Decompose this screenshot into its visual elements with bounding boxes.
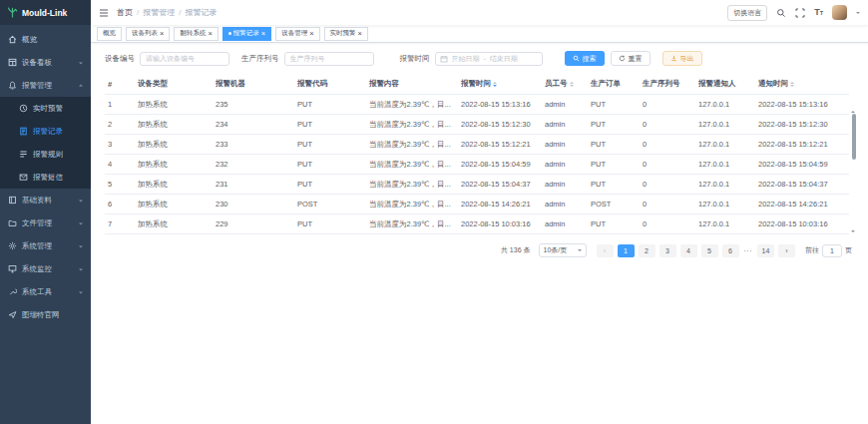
- sidebar-item-system-manage[interactable]: 系统管理: [0, 234, 91, 257]
- page-button-1[interactable]: 1: [618, 244, 635, 257]
- font-size-icon[interactable]: TT: [814, 8, 823, 17]
- alarm-table: # 设备类型 报警机器 报警代码 报警内容 报警时间 员工号 生产订单 生产序列…: [105, 74, 856, 234]
- breadcrumb-current: 报警记录: [185, 7, 217, 18]
- tab-overview[interactable]: 概览: [97, 27, 122, 41]
- col-alarm-time[interactable]: 报警时间: [458, 74, 542, 95]
- sidebar-item-alarm-rules[interactable]: 报警规则: [0, 143, 91, 166]
- sidebar-item-device-board[interactable]: 设备看板: [0, 51, 91, 74]
- table-scrollbar: [851, 94, 856, 233]
- serial-no-label: 生产序列号: [241, 54, 279, 64]
- serial-no-input[interactable]: [284, 52, 374, 66]
- goto-page-input[interactable]: [822, 244, 842, 257]
- tags-view-bar: 概览 设备列表 翻转系统 报警记录 设备管理 实时预警: [91, 25, 868, 43]
- col-notify-time[interactable]: 通知时间: [755, 74, 849, 95]
- pagination: 共 136 条 10条/页 ‹ 1 2 3 4 5 6 ··· 14 › 前往 …: [105, 243, 856, 257]
- col-employee-no[interactable]: 员工号: [542, 74, 588, 95]
- scroll-down-icon[interactable]: [851, 230, 855, 232]
- table-row: 4加热系统232PUT当前温度为2.39℃，目...2022-08-15 15:…: [105, 155, 849, 175]
- more-pages-icon[interactable]: ···: [743, 247, 754, 254]
- chevron-down-icon: [79, 268, 83, 272]
- sort-icons[interactable]: [493, 82, 497, 87]
- reset-button[interactable]: 重置: [611, 51, 651, 66]
- page-button-4[interactable]: 4: [680, 244, 697, 257]
- search-button[interactable]: 搜索: [565, 51, 605, 66]
- page-button-6[interactable]: 6: [722, 244, 739, 257]
- sidebar-item-system-monitor[interactable]: 系统监控: [0, 257, 91, 280]
- gear-icon: [8, 241, 17, 250]
- chevron-down-icon[interactable]: [856, 12, 860, 16]
- scrollbar-thumb[interactable]: [852, 114, 856, 160]
- chevron-down-icon: [79, 245, 83, 249]
- breadcrumb-section[interactable]: 报警管理: [143, 7, 175, 18]
- tab-alarm-records[interactable]: 报警记录: [222, 27, 271, 41]
- goto-label: 前往: [805, 245, 819, 255]
- page-button-5[interactable]: 5: [701, 244, 718, 257]
- sidebar-item-file-manage[interactable]: 文件管理: [0, 212, 91, 234]
- tab-device-manage[interactable]: 设备管理: [275, 27, 319, 41]
- page-button-2[interactable]: 2: [639, 244, 655, 257]
- sidebar-item-system-tools[interactable]: 系统工具: [0, 280, 91, 303]
- sort-icons[interactable]: [790, 82, 794, 87]
- sidebar-item-overview[interactable]: 概览: [0, 28, 91, 51]
- table-row: 5加热系统231PUT当前温度为2.39℃，目...2022-08-15 15:…: [105, 175, 849, 195]
- table-row: 3加热系统233PUT当前温度为2.39℃，目...2022-08-15 15:…: [105, 135, 849, 155]
- search-icon[interactable]: [776, 8, 786, 18]
- close-icon[interactable]: [261, 30, 265, 38]
- tab-device-list[interactable]: 设备列表: [126, 27, 170, 41]
- close-icon[interactable]: [309, 30, 313, 38]
- main-content: 设备编号 生产序列号 报警时间 开始日期 - 结束日期 搜索: [91, 42, 868, 424]
- sidebar: Mould-Link 概览 设备看板 报警管理 实时预警: [0, 0, 91, 424]
- close-icon[interactable]: [358, 30, 362, 38]
- chevron-down-icon: [79, 291, 83, 295]
- send-icon: [8, 310, 17, 319]
- sidebar-item-official-site[interactable]: 图瑞特官网: [0, 303, 91, 326]
- date-start-placeholder[interactable]: 开始日期: [452, 54, 480, 64]
- logo-text: Mould-Link: [22, 8, 67, 18]
- col-prod-order: 生产订单: [588, 74, 640, 95]
- top-navbar: 首页 报警管理 报警记录 切换语言 TT: [91, 0, 868, 25]
- avatar[interactable]: [832, 5, 847, 20]
- page-button-3[interactable]: 3: [659, 244, 676, 257]
- scroll-up-icon[interactable]: [851, 94, 855, 113]
- download-icon: [670, 55, 677, 62]
- fullscreen-icon[interactable]: [795, 8, 805, 18]
- close-icon[interactable]: [208, 30, 212, 38]
- sidebar-item-alarm-manage[interactable]: 报警管理: [0, 74, 91, 97]
- active-dot-icon: [228, 32, 231, 35]
- chevron-down-icon: [578, 249, 582, 253]
- col-device-type: 设备类型: [135, 74, 213, 95]
- sidebar-item-alarm-sms[interactable]: 报警短信: [0, 166, 91, 189]
- switch-language-button[interactable]: 切换语言: [727, 5, 767, 21]
- export-button[interactable]: 导出: [662, 51, 702, 66]
- message-icon: [19, 173, 28, 182]
- close-icon[interactable]: [160, 30, 164, 38]
- logo[interactable]: Mould-Link: [0, 0, 91, 25]
- table-row: 1加热系统235PUT当前温度为2.39℃，目...2022-08-15 15:…: [105, 95, 849, 115]
- breadcrumb-separator: [179, 8, 181, 17]
- tab-realtime-warning[interactable]: 实时预警: [324, 27, 368, 41]
- tab-flip-system[interactable]: 翻转系统: [174, 27, 217, 41]
- prev-page-button[interactable]: ‹: [597, 244, 614, 257]
- breadcrumb-separator: [137, 8, 139, 17]
- home-icon: [8, 35, 17, 44]
- sidebar-item-alarm-records[interactable]: 报警记录: [0, 120, 91, 143]
- device-no-input[interactable]: [140, 52, 229, 66]
- hamburger-icon[interactable]: [99, 8, 109, 18]
- sidebar-submenu-alarm: 实时预警 报警记录 报警规则 报警短信: [0, 97, 91, 189]
- date-range-picker[interactable]: 开始日期 - 结束日期: [435, 52, 543, 66]
- navbar-actions: 切换语言 TT: [727, 5, 860, 21]
- col-alarm-content: 报警内容: [366, 74, 458, 95]
- col-alarm-code: 报警代码: [294, 74, 366, 95]
- next-page-button[interactable]: ›: [778, 244, 795, 257]
- page-button-last[interactable]: 14: [757, 244, 774, 257]
- sort-icons[interactable]: [570, 82, 574, 87]
- breadcrumb-home[interactable]: 首页: [117, 7, 133, 18]
- folder-icon: [8, 218, 17, 227]
- chevron-down-icon: [79, 222, 83, 226]
- sidebar-item-realtime-warning[interactable]: 实时预警: [0, 97, 91, 120]
- monitor-icon: [8, 264, 17, 273]
- chevron-up-icon: [79, 82, 83, 86]
- sidebar-item-base-data[interactable]: 基础资料: [0, 189, 91, 212]
- date-end-placeholder[interactable]: 结束日期: [490, 54, 518, 64]
- page-size-select[interactable]: 10条/页: [539, 243, 587, 257]
